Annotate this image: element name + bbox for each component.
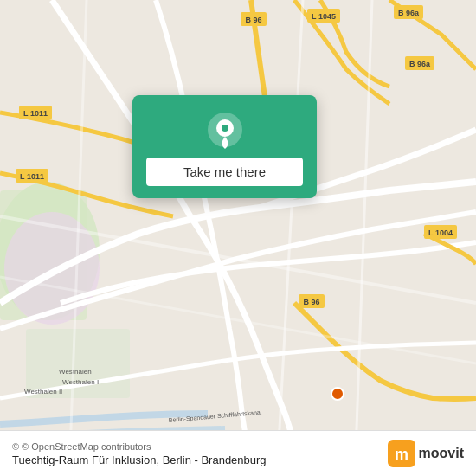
svg-text:L 1045: L 1045 (312, 12, 336, 21)
svg-text:L 1011: L 1011 (20, 172, 44, 181)
take-me-there-button[interactable]: Take me there (146, 158, 303, 186)
svg-text:L 1011: L 1011 (23, 109, 48, 118)
bottom-bar: © © OpenStreetMap contributors Tuechtig-… (0, 430, 476, 476)
location-name: Tuechtig-Raum Für Inklusion, Berlin - Br… (12, 453, 267, 466)
map-container: B 96 L 1011 L 1011 L 1045 B 96a B 96a B … (0, 0, 476, 476)
svg-text:Westhalen I: Westhalen I (62, 378, 99, 386)
svg-text:B 96a: B 96a (398, 9, 420, 17)
map-background: B 96 L 1011 L 1011 L 1045 B 96a B 96a B … (0, 0, 476, 476)
location-card: Take me there (132, 95, 317, 198)
svg-text:m: m (395, 446, 408, 463)
svg-text:B 96: B 96 (303, 298, 319, 306)
bottom-bar-info: © © OpenStreetMap contributors Tuechtig-… (12, 441, 267, 466)
location-pin-icon (206, 111, 244, 149)
copyright-symbol: © (12, 441, 19, 452)
moovit-logo: m moovit (388, 440, 464, 467)
moovit-icon: m (388, 440, 415, 467)
svg-text:B 96a: B 96a (409, 60, 431, 68)
svg-text:Westhalen II: Westhalen II (24, 388, 62, 396)
svg-text:L 1004: L 1004 (428, 228, 453, 237)
svg-text:B 96: B 96 (245, 16, 261, 24)
svg-point-32 (331, 388, 344, 400)
osm-credit-text: © OpenStreetMap contributors (22, 441, 151, 452)
svg-text:Westhalen: Westhalen (59, 368, 92, 376)
svg-point-3 (4, 212, 100, 325)
svg-point-35 (222, 125, 228, 132)
osm-attribution: © © OpenStreetMap contributors (12, 441, 267, 452)
moovit-label: moovit (419, 446, 464, 461)
